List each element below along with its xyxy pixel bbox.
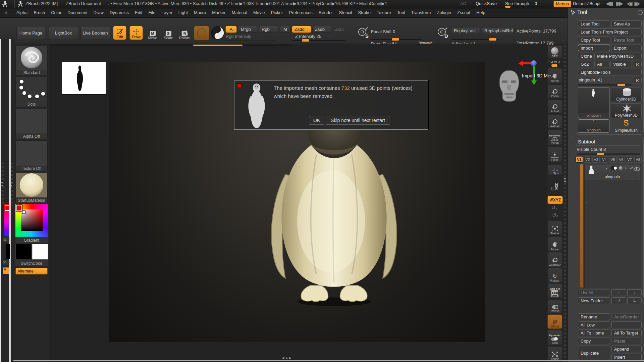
subtool-tab-v8[interactable]: V8 xyxy=(634,156,642,163)
dialog-skip-button[interactable]: Skip note until next restart xyxy=(326,116,390,125)
solo-button[interactable]: Dynamic Solo xyxy=(547,330,562,345)
local-symmetry-button[interactable]: ←¦→ L.Sym xyxy=(547,165,562,176)
list-all-button[interactable]: List All xyxy=(578,289,610,296)
menu-movie[interactable]: Movie xyxy=(250,8,268,17)
subtool-tab-v1[interactable]: V1 xyxy=(576,156,583,163)
menu-brush[interactable]: Brush xyxy=(31,8,48,17)
tool-thumb-pingouin2[interactable]: pingouin xyxy=(578,119,609,133)
subtool-scrollbar[interactable] xyxy=(580,164,583,288)
import-button[interactable]: Import xyxy=(578,45,610,51)
menu-material[interactable]: Material xyxy=(229,8,250,17)
active-tool-slider[interactable] xyxy=(578,84,632,85)
subtool-tab-v4[interactable]: V4 xyxy=(601,156,608,163)
menus-toggle[interactable]: Menus xyxy=(553,1,571,7)
menu-zplugin[interactable]: Zplugin xyxy=(434,8,454,17)
mrgb-toggle[interactable]: Mrgb xyxy=(238,26,257,33)
export-button[interactable]: Export xyxy=(611,45,642,51)
z-intensity-slider[interactable] xyxy=(292,40,345,41)
all-to-home-button[interactable]: All To Home xyxy=(578,329,610,336)
duplicate-button[interactable]: Duplicate xyxy=(578,346,610,360)
subtool-header[interactable]: Subtool xyxy=(578,139,595,144)
transparency-button[interactable]: Transp xyxy=(547,299,562,313)
paste-tool-button[interactable]: Paste Tool xyxy=(611,37,642,43)
copy-doc-icon[interactable]: ◂▣ xyxy=(627,1,633,6)
load-tool-button[interactable]: Load Tool xyxy=(578,20,610,27)
lightbox-tools-button[interactable]: Lightbox▶Tools xyxy=(578,69,642,75)
subtool-brush-icon[interactable] xyxy=(630,167,634,170)
goz-button[interactable]: GoZ xyxy=(578,61,593,67)
subtool-tab-v6[interactable]: V6 xyxy=(618,156,625,163)
subtool-visibility-eye-icon[interactable] xyxy=(634,167,640,171)
menu-color[interactable]: Color xyxy=(48,8,64,17)
lock-camera-button[interactable]: C xyxy=(547,180,562,194)
home-page-button[interactable]: Home Page xyxy=(16,26,45,40)
zsub-toggle[interactable]: Zsub xyxy=(312,26,331,33)
save-as-button[interactable]: Save As xyxy=(611,20,642,27)
brush-preview-slot[interactable] xyxy=(194,26,209,41)
gradient-label[interactable]: Gradient xyxy=(15,237,48,243)
visible-count-slider[interactable] xyxy=(577,154,640,155)
adjust-last-slider[interactable] xyxy=(451,39,498,40)
floor-button[interactable]: x y z ▼ Floor xyxy=(547,146,562,162)
right-tray-drag-handle[interactable] xyxy=(564,44,566,362)
copy-subtool-button[interactable]: Copy xyxy=(578,338,610,344)
menu-zscript[interactable]: Zscript xyxy=(454,8,473,17)
move-into-folder-button[interactable]: ↱ xyxy=(611,297,626,304)
lightbox-button[interactable]: LightBox xyxy=(49,26,78,40)
append-button[interactable]: Append xyxy=(611,346,642,352)
menu-file[interactable]: File xyxy=(145,8,158,17)
subtool-polypaint-arrow-icon[interactable]: ▾ xyxy=(606,167,607,170)
tool-thumb-simplebrush[interactable]: S SimpleBrush xyxy=(611,119,642,133)
spin-z-button[interactable]: ↺Z xyxy=(552,212,558,218)
material-picker[interactable]: StartupMaterial xyxy=(15,172,48,203)
menu-dynamics[interactable]: Dynamics xyxy=(107,8,132,17)
xpose-button[interactable]: Xpose xyxy=(547,346,562,361)
draw-mode-button[interactable]: Draw xyxy=(129,26,143,40)
move-up-button[interactable]: ↑ xyxy=(611,289,626,296)
auto-reorder-button[interactable]: AutoReorder xyxy=(611,313,642,320)
persp-button[interactable]: Dynamic Persp xyxy=(547,130,562,145)
tray-collapse-arrows[interactable]: ▸◂ xyxy=(1,181,3,187)
active-tool-slider-handle[interactable] xyxy=(618,84,625,86)
texture-picker[interactable]: Texture Off xyxy=(15,140,48,171)
frame-button[interactable]: Frame xyxy=(547,221,562,236)
move-out-folder-button[interactable]: ↳ xyxy=(627,297,642,304)
main-color-swatch[interactable] xyxy=(15,244,31,259)
zcut-toggle[interactable]: Zcut xyxy=(333,26,346,33)
menu-render[interactable]: Render xyxy=(316,8,336,17)
menu-transform[interactable]: Transform xyxy=(408,8,434,17)
aahalf-button[interactable]: AAHalf xyxy=(547,115,562,129)
spix-slider[interactable] xyxy=(548,65,561,66)
window-bottom-edge[interactable] xyxy=(13,360,644,361)
menu-edit[interactable]: Edit xyxy=(132,8,145,17)
polyframe-button[interactable]: Line Fill PolyF xyxy=(547,283,562,299)
dialog-ok-button[interactable]: OK xyxy=(309,116,324,125)
visible-count-handle[interactable] xyxy=(597,153,604,155)
all-high-button[interactable] xyxy=(611,321,642,328)
live-boolean-button[interactable]: Live Boolean xyxy=(80,26,110,40)
menu-marker[interactable]: Marker xyxy=(209,8,228,17)
see-through-slider[interactable] xyxy=(505,6,551,7)
timeline-prev-icon[interactable]: ◀▮▮ xyxy=(606,1,613,6)
clone-button[interactable]: Clone xyxy=(578,53,593,59)
subtool-paint-toggle-icon[interactable] xyxy=(610,166,617,170)
insert-button[interactable]: Insert xyxy=(611,354,642,360)
zadd-toggle[interactable]: Zadd xyxy=(292,26,311,33)
tool-thumb-cylinder3d[interactable]: Cylinder3D xyxy=(611,87,642,102)
switch-color-button[interactable]: SwitchColor xyxy=(15,260,48,266)
reference-image-thumbnail[interactable] xyxy=(62,62,106,94)
goz-r-button[interactable]: R xyxy=(633,61,642,67)
zoom-3d-button[interactable]: Zoom3D xyxy=(547,252,562,267)
load-tools-from-project-button[interactable]: Load Tools From Project xyxy=(578,28,642,35)
menu-help[interactable]: Help xyxy=(473,8,488,17)
m-toggle[interactable]: M xyxy=(280,26,291,33)
stroke-picker[interactable]: S xyxy=(357,25,369,39)
paste-doc-icon[interactable]: ▣▸ xyxy=(634,1,640,6)
default-zscript-button[interactable]: DefaultZScript xyxy=(573,1,600,6)
menu-light[interactable]: Light xyxy=(175,8,191,17)
timeline-next-icon[interactable]: ▮▮▶ xyxy=(616,1,623,6)
rotate-mode-button[interactable]: R Rotate xyxy=(178,26,191,40)
subtool-contrast-icon[interactable]: ◑ xyxy=(625,166,627,170)
palette-menu-icon[interactable] xyxy=(638,10,643,15)
edit-mode-button[interactable]: Edit xyxy=(113,26,126,40)
